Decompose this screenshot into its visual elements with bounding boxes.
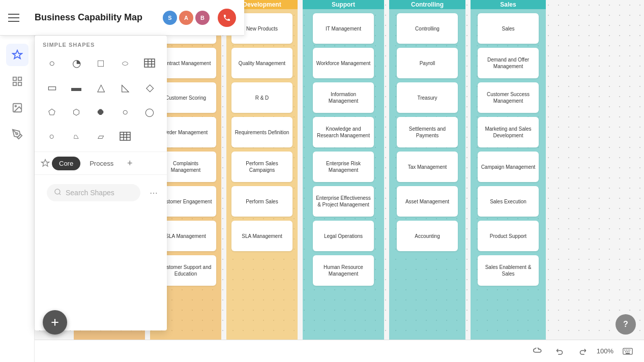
capability-card[interactable]: Product Support <box>478 221 539 251</box>
col-track-controlling: ControllingPayrollTreasurySettlements an… <box>389 9 465 362</box>
capability-card[interactable]: Quality Management <box>231 48 292 78</box>
avatar-3[interactable]: B <box>195 11 210 25</box>
shapes-section-title: SIMPLE SHAPES <box>35 36 167 52</box>
capability-card[interactable]: Accounting <box>397 221 458 251</box>
svg-point-6 <box>16 133 18 135</box>
header: Business Capability Map S A B <box>0 0 244 36</box>
library-icon <box>41 159 50 168</box>
shape-hexagon[interactable]: ⬡ <box>65 101 87 123</box>
search-input[interactable]: Search Shapes <box>66 189 133 197</box>
search-icon <box>54 188 62 197</box>
capability-card[interactable]: Perform Sales Campaigns <box>231 152 292 182</box>
draw-sidebar-icon[interactable] <box>6 123 28 145</box>
capability-card[interactable]: Campaign Management <box>478 152 539 182</box>
capability-card[interactable]: Workforce Management <box>313 48 374 78</box>
shape-rounded-rect[interactable]: ▭ <box>41 76 63 99</box>
capability-card[interactable]: Demand and Offer Management <box>478 48 539 78</box>
svg-rect-12 <box>120 132 130 140</box>
capability-card[interactable]: SLA Management <box>231 221 292 251</box>
capability-card[interactable]: Perform Sales <box>231 186 292 217</box>
shape-square[interactable]: □ <box>90 52 112 74</box>
capability-card[interactable]: Settlements and Payments <box>397 117 458 147</box>
shape-arc[interactable]: ◔ <box>65 52 87 74</box>
shape-diamond[interactable]: ◇ <box>138 76 161 99</box>
search-bar-container: Search Shapes ⋯ <box>35 174 167 210</box>
image-sidebar-icon[interactable] <box>6 97 28 119</box>
shape-pentagon[interactable]: ⬠ <box>41 101 63 123</box>
shapes-panel: SIMPLE SHAPES ○ ◔ □ ⬭ ▭ ▬ △ ◺ ◇ ⬠ ⬡ ⯃ ○ … <box>35 36 167 330</box>
grid-sidebar-icon[interactable] <box>6 70 28 93</box>
capability-card[interactable]: Sales Enablement & Sales <box>478 255 539 286</box>
shape-grid-2[interactable] <box>114 125 136 147</box>
tab-process[interactable]: Process <box>82 157 121 170</box>
capability-card[interactable]: Sales Execution <box>478 186 539 217</box>
fab-button[interactable] <box>43 310 67 335</box>
shape-triangle[interactable]: △ <box>90 76 112 99</box>
capability-card[interactable]: Enterprise Risk Management <box>313 152 374 182</box>
col-header-sales: Sales <box>471 0 546 9</box>
shape-table[interactable] <box>138 52 161 74</box>
shapes-sidebar-icon[interactable] <box>6 44 28 66</box>
shapes-grid: ○ ◔ □ ⬭ ▭ ▬ △ ◺ ◇ ⬠ ⬡ ⯃ ○ ◯ ○ ⏢ ▱ <box>35 52 167 152</box>
capability-card[interactable]: R & D <box>231 82 292 113</box>
svg-point-17 <box>55 189 60 194</box>
capability-card[interactable]: Legal Operations <box>313 221 374 251</box>
shape-parallelogram[interactable]: ▱ <box>90 125 112 147</box>
cloud-icon[interactable] <box>530 343 546 359</box>
avatar-2[interactable]: A <box>179 11 193 25</box>
svg-rect-0 <box>13 77 16 80</box>
capability-card[interactable]: Information Management <box>313 82 374 113</box>
shape-ellipse[interactable]: ⬭ <box>114 52 136 74</box>
capability-card[interactable]: Sales <box>478 13 539 44</box>
left-sidebar <box>0 36 35 362</box>
help-button[interactable]: ? <box>616 314 636 335</box>
avatars: S A B <box>163 11 210 25</box>
tab-core[interactable]: Core <box>52 157 80 170</box>
capability-card[interactable]: Knowledge and Research Management <box>313 117 374 147</box>
menu-button[interactable] <box>8 9 26 27</box>
svg-point-5 <box>15 105 16 107</box>
avatar-1[interactable]: S <box>163 11 177 25</box>
capability-card[interactable]: Asset Management <box>397 186 458 217</box>
svg-rect-2 <box>13 82 16 85</box>
svg-rect-3 <box>18 82 21 85</box>
capability-card[interactable]: Customer Success Management <box>478 82 539 113</box>
col-header-support: Support <box>303 0 384 9</box>
capability-card[interactable]: Enterprise Effectiveness & Project Manag… <box>313 186 374 217</box>
svg-line-18 <box>59 193 61 195</box>
col-track-development: New ProductsQuality ManagementR & DRequi… <box>226 9 298 362</box>
undo-icon[interactable] <box>552 343 568 359</box>
shape-circle-4[interactable]: ○ <box>41 125 63 147</box>
capability-card[interactable]: Tax Management <box>397 152 458 182</box>
more-button[interactable]: ⋯ <box>147 186 161 200</box>
call-button[interactable] <box>218 9 236 27</box>
capability-card[interactable]: Human Resource Management <box>313 255 374 286</box>
shape-rect-thin[interactable]: ▬ <box>65 76 87 99</box>
keyboard-icon[interactable] <box>620 343 636 359</box>
capability-card[interactable]: Controlling <box>397 13 458 44</box>
redo-icon[interactable] <box>574 343 591 359</box>
shapes-tabs: Core Process + <box>35 152 167 174</box>
capability-card[interactable]: Requirements Definition <box>231 117 292 147</box>
capability-card[interactable]: Treasury <box>397 82 458 113</box>
svg-rect-1 <box>18 77 21 80</box>
bottom-bar: 100% <box>35 340 644 362</box>
search-bar[interactable]: Search Shapes <box>47 184 140 201</box>
shape-trapezoid[interactable]: ⏢ <box>65 125 87 147</box>
shape-circle-3[interactable]: ◯ <box>138 101 161 123</box>
shape-right-triangle[interactable]: ◺ <box>114 76 136 99</box>
shape-circle[interactable]: ○ <box>41 52 63 74</box>
shape-octagon[interactable]: ⯃ <box>90 101 112 123</box>
shape-circle-2[interactable]: ○ <box>114 101 136 123</box>
capability-card[interactable]: IT Management <box>313 13 374 44</box>
capability-card[interactable]: Payroll <box>397 48 458 78</box>
col-header-controlling: Controlling <box>389 0 465 9</box>
col-track-sales: SalesDemand and Offer ManagementCustomer… <box>471 9 546 362</box>
zoom-level: 100% <box>597 347 613 355</box>
app-title: Business Capability Map <box>35 12 155 23</box>
col-track-support: IT ManagementWorkforce ManagementInforma… <box>303 9 384 362</box>
capability-card[interactable]: Marketing and Sales Development <box>478 117 539 147</box>
svg-rect-7 <box>144 59 155 67</box>
add-tab-button[interactable]: + <box>123 156 137 170</box>
